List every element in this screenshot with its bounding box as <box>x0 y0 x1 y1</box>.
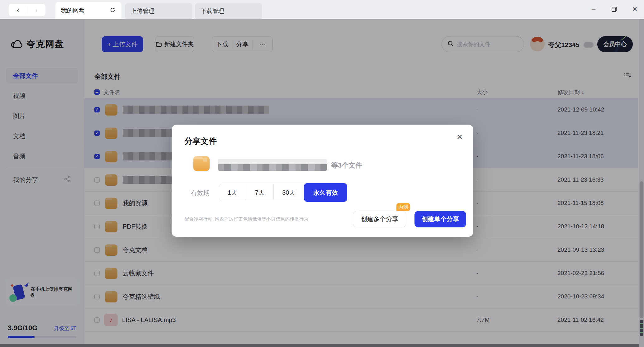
beta-badge: 内测 <box>396 203 410 211</box>
close-window-icon[interactable]: ✕ <box>628 4 642 15</box>
tab-label: 下载管理 <box>201 7 224 15</box>
validity-30days[interactable]: 30天 <box>274 184 304 201</box>
restore-icon[interactable] <box>607 4 621 15</box>
folder-icon <box>192 154 211 173</box>
dialog-close-icon[interactable]: ✕ <box>457 133 463 141</box>
dialog-title: 分享文件 <box>184 136 217 147</box>
title-bar: ‹ › 我的网盘 上传管理 下载管理 – ✕ <box>0 0 644 19</box>
create-multi-share-button[interactable]: 创建多个分享 <box>353 211 406 227</box>
tab-upload-manager[interactable]: 上传管理 <box>125 3 192 19</box>
nav-buttons: ‹ › <box>9 4 45 16</box>
back-icon[interactable]: ‹ <box>9 7 27 14</box>
app-window: ‹ › 我的网盘 上传管理 下载管理 – ✕ <box>0 0 644 347</box>
validity-options: 1天 7天 30天 永久有效 <box>219 184 347 201</box>
minimize-icon[interactable]: – <box>587 4 600 15</box>
validity-label: 有效期 <box>191 189 210 197</box>
tab-label: 上传管理 <box>131 7 154 15</box>
tab-download-manager[interactable]: 下载管理 <box>195 3 262 19</box>
share-dialog: 分享文件 ✕ 等3个文件 有效期 1天 7天 30天 永久有效 配合净网行动, … <box>172 125 473 237</box>
tab-label: 我的网盘 <box>61 7 85 15</box>
share-files-count: 等3个文件 <box>331 161 362 170</box>
redacted-share-filename <box>218 159 327 171</box>
forward-icon[interactable]: › <box>27 7 46 14</box>
validity-permanent[interactable]: 永久有效 <box>304 183 347 202</box>
disclaimer-text: 配合净网行动, 网盘严厉打击色情低俗等不良信息的传播行为 <box>184 216 308 222</box>
validity-7days[interactable]: 7天 <box>246 184 274 201</box>
tab-my-drive[interactable]: 我的网盘 <box>55 2 121 19</box>
validity-1day[interactable]: 1天 <box>219 184 246 201</box>
refresh-icon[interactable] <box>110 7 116 15</box>
create-single-share-button[interactable]: 创建单个分享 <box>414 211 466 227</box>
